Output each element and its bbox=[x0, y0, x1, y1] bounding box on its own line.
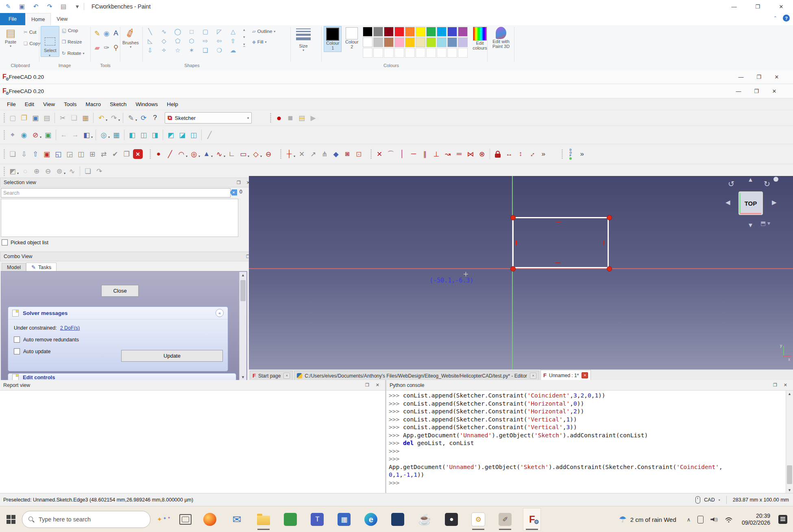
colour2-button[interactable]: Colour2 bbox=[343, 26, 360, 50]
right-view-icon[interactable]: ◨ bbox=[150, 130, 160, 140]
cube-left-icon[interactable]: ◀ bbox=[725, 199, 730, 206]
start-button[interactable] bbox=[7, 515, 15, 524]
palette-colour[interactable] bbox=[437, 37, 447, 47]
print-icon[interactable]: ▤ bbox=[59, 2, 68, 11]
sketch-vertex[interactable] bbox=[607, 266, 612, 271]
save-icon[interactable]: ▣ bbox=[30, 113, 40, 123]
close-panel-icon[interactable]: ✕ bbox=[784, 382, 787, 388]
green-app-icon[interactable] bbox=[282, 508, 299, 530]
shape-icon[interactable]: ⇩ bbox=[143, 46, 157, 55]
open-icon[interactable]: ❐ bbox=[19, 113, 29, 123]
shape-icon[interactable]: △ bbox=[226, 27, 240, 36]
undo-icon-dropdown[interactable]: ▾ bbox=[106, 118, 107, 122]
copy-button[interactable]: ❏Copy bbox=[24, 41, 40, 46]
nav-forward-icon[interactable]: → bbox=[70, 130, 80, 140]
palette-colour[interactable] bbox=[384, 27, 394, 37]
slot-icon[interactable]: ⊖ bbox=[264, 149, 273, 159]
polygon-icon-dropdown[interactable]: ▾ bbox=[260, 154, 262, 158]
trim-edge-icon[interactable]: ✕ bbox=[297, 149, 307, 159]
edit-sketch-icon[interactable]: ▣ bbox=[42, 149, 52, 159]
collapse-section-icon[interactable]: « bbox=[216, 309, 224, 317]
eraser-icon[interactable]: ▰ bbox=[92, 43, 102, 52]
palette-colour[interactable] bbox=[447, 37, 457, 47]
float-panel-icon[interactable]: ❐ bbox=[237, 180, 241, 185]
fill-icon[interactable]: ◉ bbox=[102, 28, 111, 38]
resize-button[interactable]: ❐Resize bbox=[62, 39, 82, 45]
constraint-perpendicular-icon[interactable]: ⊥ bbox=[431, 149, 441, 159]
menu-windows[interactable]: Windows bbox=[131, 101, 162, 107]
leave-sketch-icon[interactable]: ◱ bbox=[53, 149, 63, 159]
constraint-distance-icon[interactable]: ↔ bbox=[525, 147, 539, 161]
constraint-equal-icon[interactable]: ═ bbox=[454, 149, 464, 159]
cube-menu-icon[interactable]: ⬒ ▾ bbox=[760, 220, 770, 226]
rectangle-icon-dropdown[interactable]: ▾ bbox=[248, 154, 249, 158]
axonometric-icon[interactable]: ▦ bbox=[111, 130, 121, 140]
console-scrollbar[interactable]: ▲ ▼ bbox=[786, 391, 793, 493]
sketch-vertex[interactable] bbox=[510, 215, 516, 220]
menu-sketch[interactable]: Sketch bbox=[105, 101, 131, 107]
bottom-view-icon[interactable]: ◪ bbox=[177, 130, 187, 140]
palette-colour[interactable] bbox=[394, 27, 404, 37]
coffee-app-icon[interactable]: ☕ bbox=[416, 508, 433, 530]
palette-colour[interactable] bbox=[373, 37, 383, 47]
rear-view-icon[interactable]: ◩ bbox=[166, 130, 176, 140]
palette-empty-slot[interactable] bbox=[373, 48, 383, 58]
workbench-edit-icon[interactable]: ✎ bbox=[126, 113, 136, 123]
palette-empty-slot[interactable] bbox=[458, 48, 468, 58]
collapse-ribbon-icon[interactable]: ⌃ bbox=[773, 15, 777, 21]
top-view-icon[interactable]: ◫ bbox=[139, 130, 148, 140]
isometric-view-icon[interactable]: ◧ bbox=[82, 130, 92, 140]
cut-button[interactable]: ✂Cut bbox=[24, 29, 37, 35]
circle-icon[interactable]: ◎ bbox=[189, 149, 199, 159]
fit-selection-icon[interactable]: ◉ bbox=[19, 130, 29, 140]
switch-virtual-space-icon[interactable]: ↷ bbox=[94, 167, 104, 176]
print-icon[interactable]: ▤ bbox=[42, 113, 52, 123]
update-button[interactable]: Update bbox=[121, 350, 223, 362]
view-section-icon[interactable]: ◫ bbox=[76, 149, 86, 159]
close-tab-icon[interactable]: ✕ bbox=[283, 373, 290, 379]
coordinate-icon[interactable]: ┼ bbox=[284, 149, 294, 159]
arc-icon[interactable]: ◠ bbox=[176, 149, 186, 159]
import-sketch-icon[interactable]: ⇩ bbox=[19, 149, 29, 159]
firefox-icon[interactable] bbox=[201, 508, 218, 530]
auto-remove-redundants-checkbox[interactable] bbox=[14, 337, 20, 343]
clipping-plane-icon[interactable]: ⊘ bbox=[30, 130, 40, 140]
bspline-comb-icon[interactable]: ◌ bbox=[20, 167, 30, 176]
copy-icon[interactable]: ❏ bbox=[69, 113, 79, 123]
task-view-button[interactable] bbox=[179, 514, 192, 525]
minimize-button[interactable]: — bbox=[722, 0, 746, 13]
constraint-lock-icon[interactable] bbox=[493, 149, 503, 159]
shape-icon[interactable]: □ bbox=[185, 27, 198, 36]
cut-icon[interactable]: ✂ bbox=[58, 113, 68, 123]
menu-view[interactable]: View bbox=[39, 101, 59, 107]
fit-all-icon[interactable]: ⌖ bbox=[8, 130, 17, 140]
macro-play-icon[interactable]: ▶ bbox=[308, 113, 318, 123]
selection-list[interactable] bbox=[1, 199, 238, 237]
crop-button[interactable]: ◱Crop bbox=[62, 28, 78, 33]
colour1-button[interactable]: Colour1 bbox=[324, 26, 342, 52]
tab-file[interactable]: File bbox=[0, 13, 25, 25]
copilot-icon[interactable]: ✦✦✦ bbox=[157, 516, 170, 523]
draw-style-icon[interactable]: ▣ bbox=[43, 130, 53, 140]
file-explorer-icon[interactable] bbox=[255, 508, 272, 530]
paint-classic-icon[interactable]: ✐ bbox=[497, 508, 514, 530]
bspline-decrease-degree-icon[interactable]: ⊖ bbox=[43, 167, 53, 176]
bspline-icon[interactable]: ∿ bbox=[214, 149, 224, 159]
palette-empty-slot[interactable] bbox=[447, 48, 457, 58]
macro-record-icon[interactable]: ● bbox=[274, 113, 284, 123]
rotate-right-icon[interactable]: ↻ bbox=[764, 179, 770, 189]
shape-icon[interactable]: ⇧ bbox=[226, 36, 240, 46]
undo-icon[interactable]: ↶ bbox=[32, 2, 40, 11]
palette-empty-slot[interactable] bbox=[394, 48, 404, 58]
palette-colour[interactable] bbox=[405, 37, 415, 47]
cube-home-icon[interactable] bbox=[773, 177, 778, 182]
size-button[interactable]: Size▾ bbox=[296, 28, 311, 52]
bspline-knots-icon-dropdown[interactable]: ▾ bbox=[64, 172, 65, 175]
edit-with-paint3d-button[interactable]: Edit with Paint 3D bbox=[491, 27, 511, 49]
report-view-content[interactable] bbox=[0, 391, 385, 493]
palette-colour[interactable] bbox=[458, 37, 468, 47]
wifi-icon[interactable] bbox=[725, 517, 733, 523]
point-icon[interactable]: ● bbox=[154, 149, 163, 159]
freecad-icon[interactable]: F⚙ bbox=[523, 508, 540, 530]
carbon-copy-icon[interactable]: ◙ bbox=[342, 149, 352, 159]
